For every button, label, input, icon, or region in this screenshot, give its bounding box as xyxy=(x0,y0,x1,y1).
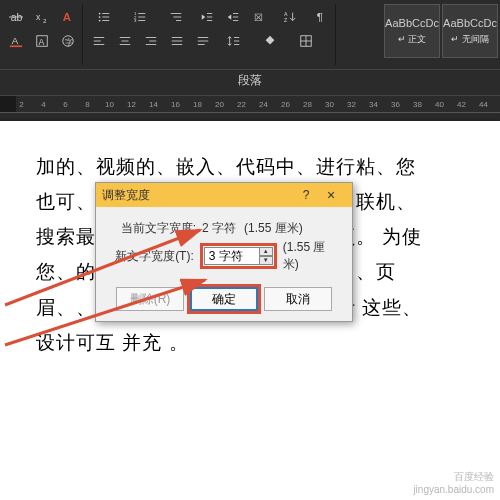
svg-text:Z: Z xyxy=(284,17,288,23)
current-width-value: 2 字符 xyxy=(202,220,236,237)
adjust-width-dialog: 调整宽度 ? × 当前文字宽度: 2 字符 (1.55 厘米) 新文字宽度(T)… xyxy=(95,182,353,322)
multilevel-icon[interactable] xyxy=(159,6,193,28)
styles-gallery: AaBbCcDc ↵ 正文 AaBbCcDc ↵ 无间隔 xyxy=(384,4,498,65)
watermark: 百度经验 jingyan.baidu.com xyxy=(413,470,494,496)
svg-text:A: A xyxy=(63,11,71,23)
horizontal-ruler[interactable]: 2468101214161820222426283032343638404244 xyxy=(0,95,500,113)
align-left-icon[interactable] xyxy=(87,30,111,52)
dialog-title: 调整宽度 xyxy=(102,187,296,204)
svg-text:字: 字 xyxy=(65,38,73,47)
ok-button[interactable]: 确定 xyxy=(190,287,258,311)
svg-text:A: A xyxy=(39,37,45,47)
bullets-icon[interactable] xyxy=(87,6,121,28)
sort-icon[interactable]: AZ xyxy=(273,6,307,28)
new-width-label: 新文字宽度(T): xyxy=(108,248,194,265)
line-spacing-icon[interactable] xyxy=(217,30,251,52)
help-icon[interactable]: ? xyxy=(296,188,316,202)
svg-text:¶: ¶ xyxy=(317,11,323,23)
dialog-titlebar[interactable]: 调整宽度 ? × xyxy=(96,183,352,207)
numbering-icon[interactable]: 123 xyxy=(123,6,157,28)
svg-text:☒: ☒ xyxy=(254,12,263,23)
svg-text:A: A xyxy=(12,35,19,46)
text-effects-icon[interactable]: A xyxy=(56,6,80,28)
svg-text:abc: abc xyxy=(11,11,23,23)
new-width-cm: (1.55 厘米) xyxy=(283,239,340,273)
enclose-icon[interactable]: 字 xyxy=(56,30,80,52)
new-width-highlight: ▲ ▼ xyxy=(200,243,277,269)
subscript-icon[interactable]: x2 xyxy=(30,6,54,28)
style-nospacing[interactable]: AaBbCcDc ↵ 无间隔 xyxy=(442,4,498,58)
align-right-icon[interactable] xyxy=(139,30,163,52)
align-center-icon[interactable] xyxy=(113,30,137,52)
cancel-button[interactable]: 取消 xyxy=(264,287,332,311)
spin-down-icon[interactable]: ▼ xyxy=(259,256,273,265)
close-icon[interactable]: × xyxy=(316,187,346,203)
increase-indent-icon[interactable] xyxy=(221,6,245,28)
strikethrough-icon[interactable]: abc xyxy=(4,6,28,28)
justify-icon[interactable] xyxy=(165,30,189,52)
decrease-indent-icon[interactable] xyxy=(195,6,219,28)
spin-up-icon[interactable]: ▲ xyxy=(259,247,273,256)
svg-text:3: 3 xyxy=(134,18,137,23)
section-label: 段落 xyxy=(0,70,500,95)
distribute-icon[interactable] xyxy=(191,30,215,52)
shading-icon[interactable] xyxy=(253,30,287,52)
new-width-input[interactable] xyxy=(204,247,260,265)
svg-point-13 xyxy=(99,16,101,18)
font-color-icon[interactable]: A xyxy=(4,30,28,52)
ribbon: abc x2 A A A 字 123 ☒ AZ ¶ xyxy=(0,0,500,70)
svg-text:2: 2 xyxy=(43,17,47,24)
current-width-cm: (1.55 厘米) xyxy=(244,220,303,237)
char-shading-icon[interactable]: A xyxy=(30,30,54,52)
delete-button[interactable]: 删除(R) xyxy=(116,287,184,311)
svg-text:x: x xyxy=(36,12,41,22)
current-width-label: 当前文字宽度: xyxy=(108,220,196,237)
svg-point-15 xyxy=(99,20,101,22)
svg-text:A: A xyxy=(284,11,288,17)
svg-rect-6 xyxy=(10,45,22,47)
borders-icon[interactable] xyxy=(289,30,323,52)
svg-point-11 xyxy=(99,13,101,15)
asian-layout-icon[interactable]: ☒ xyxy=(247,6,271,28)
show-marks-icon[interactable]: ¶ xyxy=(309,6,333,28)
style-normal[interactable]: AaBbCcDc ↵ 正文 xyxy=(384,4,440,58)
